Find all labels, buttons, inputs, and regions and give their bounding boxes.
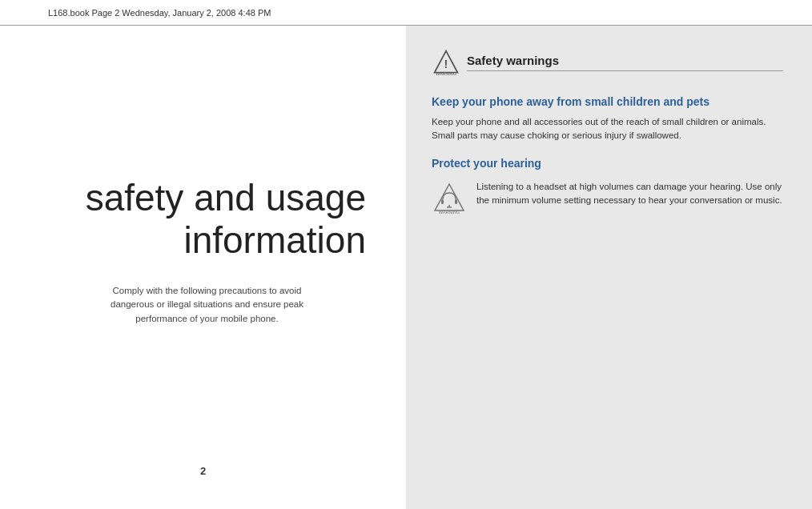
svg-rect-77 (441, 199, 444, 204)
warnings-header: ! WARNING Safety warnings (432, 48, 783, 77)
svg-text:!: ! (444, 58, 448, 70)
main-title: safety and usage information (48, 177, 366, 262)
right-column: ! WARNING Safety warnings Keep your phon… (406, 26, 812, 509)
page-content: safety and usage information Comply with… (0, 26, 812, 509)
svg-text:WARNING: WARNING (436, 71, 456, 76)
hearing-section: WARNING Listening to a headset at high v… (432, 180, 783, 217)
subtitle-text: Comply with the following precautions to… (103, 284, 312, 326)
section1-heading: Keep your phone away from small children… (432, 94, 783, 109)
svg-rect-78 (455, 199, 457, 204)
page-number: 2 (200, 465, 206, 477)
warning-triangle-icon: ! WARNING (432, 48, 460, 77)
section2-body: Listening to a headset at high volumes c… (476, 180, 783, 208)
header-text: L168.book Page 2 Wednesday, January 2, 2… (48, 8, 271, 18)
svg-text:WARNING: WARNING (439, 210, 460, 214)
warnings-title: Safety warnings (467, 54, 783, 71)
header-bar: L168.book Page 2 Wednesday, January 2, 2… (0, 0, 812, 26)
section2-heading: Protect your hearing (432, 156, 783, 170)
section1-body: Keep your phone and all accessories out … (432, 115, 783, 143)
left-column: safety and usage information Comply with… (0, 26, 406, 509)
ear-warning-icon: WARNING (432, 182, 467, 217)
